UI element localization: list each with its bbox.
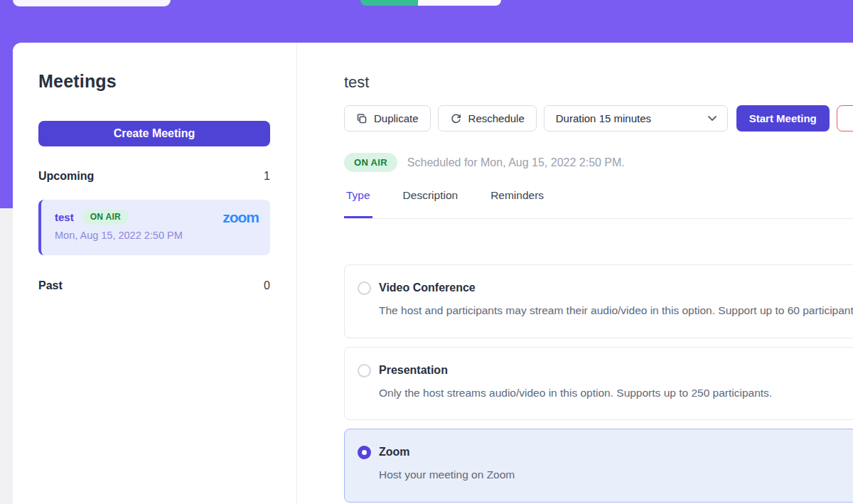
radio-unchecked-icon[interactable] xyxy=(358,282,371,295)
delete-meeting-button[interactable] xyxy=(837,105,853,132)
past-section-header: Past 0 xyxy=(38,279,270,292)
toolbar: Duplicate Reschedule Duration 15 minutes… xyxy=(344,105,853,132)
meeting-list-item[interactable]: test ON AIR zoom Mon, Aug 15, 2022 2:50 … xyxy=(38,200,270,255)
progress-bar-track xyxy=(418,0,501,6)
app-card: Meetings Create Meeting Upcoming 1 test … xyxy=(13,43,853,504)
start-meeting-button[interactable]: Start Meeting xyxy=(736,105,830,132)
option-title: Presentation xyxy=(379,363,772,377)
past-count: 0 xyxy=(264,279,270,292)
radio-checked-icon[interactable] xyxy=(358,446,371,459)
upcoming-label: Upcoming xyxy=(38,170,94,183)
past-label: Past xyxy=(38,279,63,292)
tab-type[interactable]: Type xyxy=(344,189,372,218)
toast-remnant-left xyxy=(13,0,171,6)
toast-remnant-progress xyxy=(360,0,501,6)
tab-bar: Type Description Reminders xyxy=(344,189,853,219)
meeting-type-options: Video Conference The host and participan… xyxy=(344,264,853,503)
tab-reminders[interactable]: Reminders xyxy=(488,189,546,218)
copy-icon xyxy=(356,113,368,124)
page-title: test xyxy=(344,73,853,92)
reschedule-button[interactable]: Reschedule xyxy=(438,105,537,132)
upcoming-section-header: Upcoming 1 xyxy=(38,170,270,183)
meetings-sidebar: Meetings Create Meeting Upcoming 1 test … xyxy=(13,43,297,504)
option-title: Video Conference xyxy=(379,280,853,294)
zoom-logo: zoom xyxy=(222,210,259,225)
status-row: ON AIR Scheduled for Mon, Aug 15, 2022 2… xyxy=(344,153,853,172)
option-title: Zoom xyxy=(379,444,515,459)
meeting-datetime: Mon, Aug 15, 2022 2:50 PM xyxy=(55,230,259,241)
meeting-name: test xyxy=(55,211,74,223)
duplicate-label: Duplicate xyxy=(374,112,419,124)
meeting-detail-pane: test Duplicate Reschedul xyxy=(297,43,853,504)
radio-unchecked-icon[interactable] xyxy=(358,364,371,377)
reschedule-label: Reschedule xyxy=(468,112,525,124)
progress-bar-fill xyxy=(360,0,418,6)
refresh-icon xyxy=(450,112,462,124)
tab-description[interactable]: Description xyxy=(401,189,461,218)
option-video-conference[interactable]: Video Conference The host and participan… xyxy=(344,264,853,338)
meeting-status-badge: ON AIR xyxy=(82,209,129,225)
scheduled-text: Scheduled for Mon, Aug 15, 2022 2:50 PM. xyxy=(407,156,625,169)
chevron-down-icon xyxy=(707,115,717,122)
duplicate-button[interactable]: Duplicate xyxy=(344,105,431,132)
onair-status-badge: ON AIR xyxy=(344,153,397,172)
option-presentation[interactable]: Presentation Only the host streams audio… xyxy=(344,347,853,421)
option-zoom[interactable]: Zoom Host your meeting on Zoom xyxy=(344,429,853,503)
duration-select[interactable]: Duration 15 minutes xyxy=(544,105,728,132)
option-description: Only the host streams audio/video in thi… xyxy=(379,383,772,404)
upcoming-count: 1 xyxy=(264,170,270,183)
create-meeting-button[interactable]: Create Meeting xyxy=(38,121,270,146)
option-description: Host your meeting on Zoom xyxy=(379,465,515,486)
option-description: The host and participants may stream the… xyxy=(379,301,853,321)
sidebar-title: Meetings xyxy=(38,71,270,92)
duration-value: Duration 15 minutes xyxy=(556,112,651,124)
